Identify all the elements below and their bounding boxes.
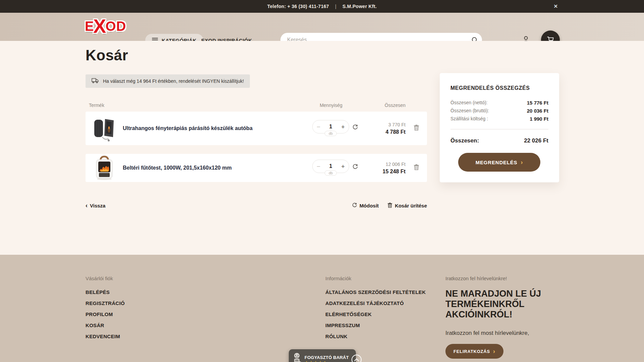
consumer-friendly-badge[interactable]: FOGYASZTÓ BARÁT ★★★★★ [289, 349, 356, 362]
column-header-quantity: Mennyiség [313, 103, 350, 108]
increase-quantity-button[interactable]: + [341, 163, 345, 170]
truck-icon [92, 78, 99, 84]
back-link[interactable]: ‹ Vissza [86, 202, 105, 209]
footer-link-about[interactable]: RÓLUNK [325, 334, 426, 339]
quantity-stepper: − 1 + db [312, 160, 349, 173]
close-icon[interactable]: ✕ [552, 3, 559, 10]
cart-page: Telefon: + 36 (30) 411-7167 | S.M.Power … [0, 0, 644, 362]
product-image-humidifier[interactable] [92, 114, 117, 142]
scroll-top-button[interactable] [352, 355, 362, 362]
footer-link-impressum[interactable]: IMPRESSZUM [325, 322, 426, 328]
total-price: 4 788 Ft [357, 129, 406, 135]
summary-total-row: Összesen: 22 026 Ft [450, 137, 548, 144]
quantity-stepper: − 1 + db [312, 120, 349, 133]
column-header-total: Összesen [354, 103, 406, 108]
order-summary-card: MEGRENDELÉS ÖSSZEGZÉS Összesen (nettó): … [440, 73, 559, 182]
chevron-left-icon: ‹ [86, 202, 88, 209]
product-title[interactable]: Beltéri fűtőtest, 1000W, 201,5x160x120 m… [123, 165, 232, 171]
summary-label: Szállítási költség : [450, 116, 488, 122]
unit-label: db [325, 131, 337, 136]
logo-letter-x: X [93, 18, 107, 34]
footer-link-cart[interactable]: KOSÁR [86, 322, 125, 328]
summary-label: Összesen (nettó): [450, 100, 488, 106]
subscribe-button-label: FELIRATKOZÁS [453, 349, 490, 354]
empty-cart-label: Kosár ürítése [395, 203, 427, 208]
main-content: Kosár Ha választ még 14 964 Ft értékben,… [0, 41, 644, 255]
footer-info-column: Információk ÁLTALÁNOS SZERZŐDÉSI FELTÉTE… [325, 276, 426, 345]
price-block: 3 770 Ft 4 788 Ft [357, 122, 406, 135]
chevron-right-icon: › [493, 348, 495, 355]
newsletter-title: NE MARADJON LE ÚJ TERMÉKEINKRŐL AKCIÓINK… [445, 289, 546, 320]
quantity-value: 1 [329, 163, 332, 169]
footer-info-heading: Információk [325, 276, 426, 281]
order-button-label: MEGRENDELÉS [476, 160, 518, 165]
summary-value: 20 036 Ft [527, 108, 548, 114]
product-title[interactable]: Ultrahangos fényterápiás párásító készül… [123, 125, 253, 131]
footer-link-register[interactable]: REGISZTRÁCIÓ [86, 300, 125, 306]
star-rating: ★★★★★ [305, 360, 349, 362]
summary-row-shipping: Szállítási költség : 1 990 Ft [450, 116, 548, 122]
decrease-quantity-button[interactable]: − [317, 163, 320, 170]
chevron-right-icon: › [521, 159, 523, 166]
summary-row-net: Összesen (nettó): 15 776 Ft [450, 100, 548, 106]
top-info-bar: Telefon: + 36 (30) 411-7167 | S.M.Power … [0, 0, 644, 13]
company-name: S.M.Power Kft. [342, 4, 377, 9]
footer-link-favorites[interactable]: KEDVENCEIM [86, 334, 125, 339]
footer-link-profile[interactable]: PROFILOM [86, 311, 125, 317]
order-button[interactable]: MEGRENDELÉS › [458, 153, 540, 172]
unit-price: 12 006 Ft [357, 162, 406, 167]
footer-account-column: Vásárlói fiók BELÉPÉS REGISZTRÁCIÓ PROFI… [86, 276, 125, 345]
decrease-quantity-button[interactable]: − [317, 124, 320, 130]
quantity-value: 1 [329, 124, 332, 130]
mascot-icon [292, 353, 302, 362]
phone-number: Telefon: + 36 (30) 411-7167 [267, 4, 329, 9]
logo-letters: OD [105, 19, 126, 34]
main-header: E X OD KATEGÓRIÁK EXOD INSPIRÁCIÓK [0, 13, 644, 41]
summary-row-gross: Összesen (bruttó): 20 036 Ft [450, 108, 548, 114]
footer-link-contact[interactable]: ELÉRHETŐSÉGEK [325, 311, 426, 317]
logo-letter: E [85, 19, 94, 34]
back-label: Vissza [90, 203, 105, 208]
page-title: Kosár [86, 47, 128, 64]
subscribe-button[interactable]: FELIRATKOZÁS › [445, 344, 503, 359]
total-price: 15 248 Ft [357, 169, 406, 175]
exod-logo[interactable]: E X OD [85, 18, 126, 34]
footer-link-privacy[interactable]: ADATKEZELÉSI TÁJÉKOZTATÓ [325, 300, 426, 306]
empty-cart-link[interactable]: Kosár ürítése [387, 202, 427, 209]
footer-newsletter-column: Iratkozzon fel hírlevelünkre! NE MARADJO… [445, 276, 563, 359]
page-footer: Vásárlói fiók BELÉPÉS REGISZTRÁCIÓ PROFI… [0, 255, 644, 362]
price-block: 12 006 Ft 15 248 Ft [357, 162, 406, 175]
delete-item-icon[interactable] [414, 125, 419, 132]
cart-item-row: Beltéri fűtőtest, 1000W, 201,5x160x120 m… [86, 154, 427, 182]
badge-text: FOGYASZTÓ BARÁT ★★★★★ [305, 355, 349, 362]
trash-icon [387, 202, 392, 209]
summary-value: 15 776 Ft [527, 100, 548, 106]
total-label: Összesen: [450, 137, 479, 144]
free-shipping-notice: Ha választ még 14 964 Ft értékben, rende… [86, 74, 250, 88]
delete-item-icon[interactable] [414, 164, 419, 172]
modify-label: Módosít [360, 203, 379, 208]
topbar-separator: | [335, 4, 336, 9]
cart-actions-right: Módosít Kosár ürítése [352, 202, 427, 209]
product-image-heater[interactable] [92, 154, 117, 182]
footer-link-terms[interactable]: ÁLTALÁNOS SZERZŐDÉSI FELTÉTELEK [325, 289, 426, 295]
unit-label: db [325, 170, 337, 176]
newsletter-heading: Iratkozzon fel hírlevelünkre! [445, 276, 563, 281]
badge-label: FOGYASZTÓ BARÁT [305, 355, 349, 360]
column-header-product: Termék [89, 103, 104, 108]
footer-account-heading: Vásárlói fiók [86, 276, 125, 281]
refresh-icon [352, 202, 357, 209]
cart-actions: ‹ Vissza Módosít [86, 202, 427, 209]
summary-title: MEGRENDELÉS ÖSSZEGZÉS [450, 85, 548, 91]
summary-label: Összesen (bruttó): [450, 108, 489, 114]
increase-quantity-button[interactable]: + [341, 124, 345, 130]
newsletter-subtitle: Iratkozzon fel most hírlevelünkre, [445, 330, 563, 337]
summary-value: 1 990 Ft [530, 116, 548, 122]
summary-divider [450, 129, 548, 129]
unit-price: 3 770 Ft [357, 122, 406, 127]
cart-item-row: Ultrahangos fényterápiás párásító készül… [86, 112, 427, 145]
total-value: 22 026 Ft [524, 137, 548, 144]
footer-link-login[interactable]: BELÉPÉS [86, 289, 125, 295]
notice-text: Ha választ még 14 964 Ft értékben, rende… [103, 78, 244, 84]
modify-link[interactable]: Módosít [352, 202, 379, 209]
